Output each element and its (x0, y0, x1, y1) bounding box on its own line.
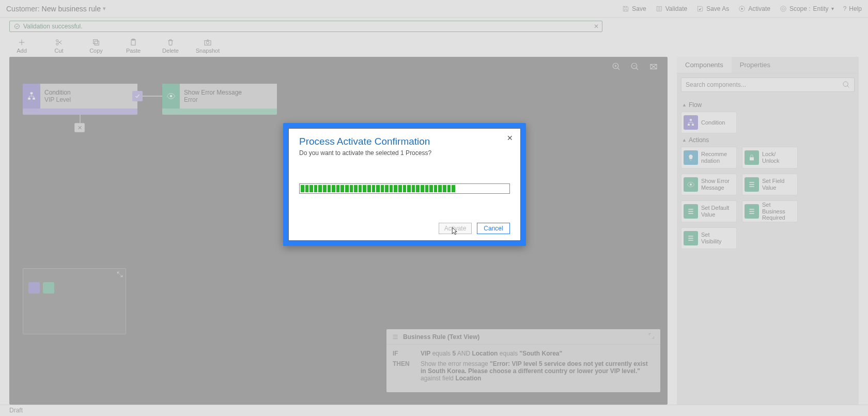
close-icon[interactable]: ✕ (507, 134, 513, 142)
progress-bar (299, 183, 510, 194)
modal-subtitle: Do you want to activate the selected 1 P… (299, 149, 510, 157)
cancel-button[interactable]: Cancel (477, 223, 510, 234)
modal-title: Process Activate Confirmation (299, 136, 510, 147)
modal-frame: Process Activate Confirmation Do you wan… (283, 123, 526, 246)
activate-confirmation-modal: Process Activate Confirmation Do you wan… (288, 128, 521, 241)
cursor-icon (450, 225, 459, 237)
